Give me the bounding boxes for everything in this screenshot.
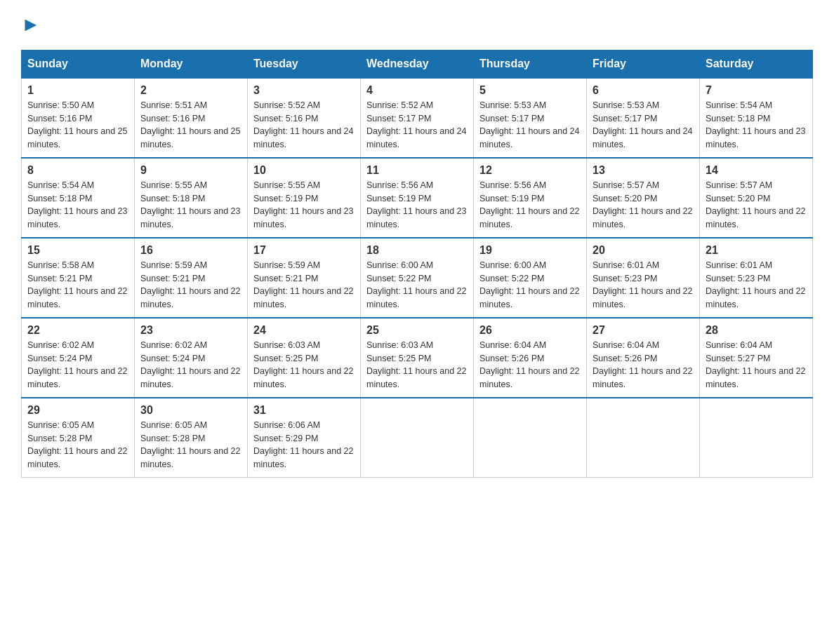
day-info: Sunrise: 5:57 AMSunset: 5:20 PMDaylight:…: [706, 180, 805, 229]
calendar-cell: 13 Sunrise: 5:57 AMSunset: 5:20 PMDaylig…: [587, 158, 700, 238]
day-number: 24: [253, 324, 355, 337]
day-number: 5: [479, 84, 581, 97]
day-number: 4: [366, 84, 468, 97]
day-info: Sunrise: 5:53 AMSunset: 5:17 PMDaylight:…: [479, 100, 579, 149]
weekday-header-row: SundayMondayTuesdayWednesdayThursdayFrid…: [22, 50, 813, 78]
calendar-cell: [700, 398, 813, 478]
day-info: Sunrise: 5:59 AMSunset: 5:21 PMDaylight:…: [140, 260, 240, 309]
weekday-header-saturday: Saturday: [700, 50, 813, 78]
day-number: 17: [253, 244, 355, 257]
day-number: 15: [27, 244, 128, 257]
day-info: Sunrise: 6:03 AMSunset: 5:25 PMDaylight:…: [366, 340, 466, 389]
day-number: 8: [27, 164, 128, 177]
calendar-cell: 30 Sunrise: 6:05 AMSunset: 5:28 PMDaylig…: [135, 398, 248, 478]
day-info: Sunrise: 6:05 AMSunset: 5:28 PMDaylight:…: [27, 420, 127, 469]
day-number: 27: [593, 324, 694, 337]
day-info: Sunrise: 5:52 AMSunset: 5:16 PMDaylight:…: [253, 100, 353, 149]
day-number: 22: [27, 324, 128, 337]
calendar-cell: 16 Sunrise: 5:59 AMSunset: 5:21 PMDaylig…: [135, 238, 248, 318]
calendar-cell: 12 Sunrise: 5:56 AMSunset: 5:19 PMDaylig…: [474, 158, 587, 238]
day-info: Sunrise: 6:02 AMSunset: 5:24 PMDaylight:…: [27, 340, 127, 389]
day-info: Sunrise: 5:56 AMSunset: 5:19 PMDaylight:…: [479, 180, 579, 229]
day-info: Sunrise: 5:50 AMSunset: 5:16 PMDaylight:…: [27, 100, 127, 149]
day-info: Sunrise: 6:00 AMSunset: 5:22 PMDaylight:…: [479, 260, 579, 309]
day-number: 20: [593, 244, 694, 257]
calendar-week-row: 1 Sunrise: 5:50 AMSunset: 5:16 PMDayligh…: [22, 78, 813, 158]
day-number: 30: [140, 404, 241, 417]
calendar-cell: 18 Sunrise: 6:00 AMSunset: 5:22 PMDaylig…: [361, 238, 474, 318]
calendar-cell: 2 Sunrise: 5:51 AMSunset: 5:16 PMDayligh…: [135, 78, 248, 158]
day-info: Sunrise: 5:59 AMSunset: 5:21 PMDaylight:…: [253, 260, 353, 309]
weekday-header-friday: Friday: [587, 50, 700, 78]
day-info: Sunrise: 5:54 AMSunset: 5:18 PMDaylight:…: [706, 100, 805, 149]
day-info: Sunrise: 6:04 AMSunset: 5:26 PMDaylight:…: [593, 340, 692, 389]
day-number: 29: [27, 404, 128, 417]
calendar-cell: [587, 398, 700, 478]
day-info: Sunrise: 5:54 AMSunset: 5:18 PMDaylight:…: [27, 180, 127, 229]
calendar-cell: 6 Sunrise: 5:53 AMSunset: 5:17 PMDayligh…: [587, 78, 700, 158]
day-info: Sunrise: 5:58 AMSunset: 5:21 PMDaylight:…: [27, 260, 127, 309]
calendar-cell: 24 Sunrise: 6:03 AMSunset: 5:25 PMDaylig…: [248, 318, 361, 398]
day-number: 28: [706, 324, 807, 337]
calendar-cell: 14 Sunrise: 5:57 AMSunset: 5:20 PMDaylig…: [700, 158, 813, 238]
day-info: Sunrise: 6:01 AMSunset: 5:23 PMDaylight:…: [706, 260, 805, 309]
calendar-cell: 9 Sunrise: 5:55 AMSunset: 5:18 PMDayligh…: [135, 158, 248, 238]
calendar-week-row: 8 Sunrise: 5:54 AMSunset: 5:18 PMDayligh…: [22, 158, 813, 238]
day-info: Sunrise: 6:05 AMSunset: 5:28 PMDaylight:…: [140, 420, 240, 469]
day-number: 12: [479, 164, 581, 177]
page-header: ►: [21, 14, 813, 36]
calendar-cell: 1 Sunrise: 5:50 AMSunset: 5:16 PMDayligh…: [22, 78, 135, 158]
calendar-cell: 22 Sunrise: 6:02 AMSunset: 5:24 PMDaylig…: [22, 318, 135, 398]
day-number: 16: [140, 244, 241, 257]
day-number: 23: [140, 324, 241, 337]
calendar-body: 1 Sunrise: 5:50 AMSunset: 5:16 PMDayligh…: [22, 78, 813, 478]
calendar-cell: 27 Sunrise: 6:04 AMSunset: 5:26 PMDaylig…: [587, 318, 700, 398]
weekday-header-sunday: Sunday: [22, 50, 135, 78]
calendar-cell: 26 Sunrise: 6:04 AMSunset: 5:26 PMDaylig…: [474, 318, 587, 398]
calendar-cell: 7 Sunrise: 5:54 AMSunset: 5:18 PMDayligh…: [700, 78, 813, 158]
day-info: Sunrise: 5:57 AMSunset: 5:20 PMDaylight:…: [593, 180, 692, 229]
calendar-week-row: 15 Sunrise: 5:58 AMSunset: 5:21 PMDaylig…: [22, 238, 813, 318]
day-info: Sunrise: 5:52 AMSunset: 5:17 PMDaylight:…: [366, 100, 466, 149]
calendar-cell: 17 Sunrise: 5:59 AMSunset: 5:21 PMDaylig…: [248, 238, 361, 318]
weekday-header-wednesday: Wednesday: [361, 50, 474, 78]
day-number: 19: [479, 244, 581, 257]
calendar-cell: 4 Sunrise: 5:52 AMSunset: 5:17 PMDayligh…: [361, 78, 474, 158]
day-number: 9: [140, 164, 241, 177]
weekday-header-thursday: Thursday: [474, 50, 587, 78]
day-info: Sunrise: 5:53 AMSunset: 5:17 PMDaylight:…: [593, 100, 692, 149]
day-info: Sunrise: 6:00 AMSunset: 5:22 PMDaylight:…: [366, 260, 466, 309]
day-info: Sunrise: 6:04 AMSunset: 5:26 PMDaylight:…: [479, 340, 579, 389]
day-number: 2: [140, 84, 241, 97]
calendar-cell: 25 Sunrise: 6:03 AMSunset: 5:25 PMDaylig…: [361, 318, 474, 398]
calendar-cell: 11 Sunrise: 5:56 AMSunset: 5:19 PMDaylig…: [361, 158, 474, 238]
weekday-header-tuesday: Tuesday: [248, 50, 361, 78]
calendar-cell: 31 Sunrise: 6:06 AMSunset: 5:29 PMDaylig…: [248, 398, 361, 478]
day-info: Sunrise: 6:02 AMSunset: 5:24 PMDaylight:…: [140, 340, 240, 389]
day-number: 13: [593, 164, 694, 177]
logo-text: ►: [21, 14, 41, 36]
day-info: Sunrise: 6:01 AMSunset: 5:23 PMDaylight:…: [593, 260, 692, 309]
calendar-header: SundayMondayTuesdayWednesdayThursdayFrid…: [22, 50, 813, 78]
day-number: 26: [479, 324, 581, 337]
calendar-cell: 20 Sunrise: 6:01 AMSunset: 5:23 PMDaylig…: [587, 238, 700, 318]
calendar-cell: 29 Sunrise: 6:05 AMSunset: 5:28 PMDaylig…: [22, 398, 135, 478]
calendar-cell: [474, 398, 587, 478]
day-number: 25: [366, 324, 468, 337]
calendar-cell: 21 Sunrise: 6:01 AMSunset: 5:23 PMDaylig…: [700, 238, 813, 318]
calendar-cell: 28 Sunrise: 6:04 AMSunset: 5:27 PMDaylig…: [700, 318, 813, 398]
weekday-header-monday: Monday: [135, 50, 248, 78]
day-number: 1: [27, 84, 128, 97]
day-number: 18: [366, 244, 468, 257]
day-info: Sunrise: 5:56 AMSunset: 5:19 PMDaylight:…: [366, 180, 466, 229]
day-number: 11: [366, 164, 468, 177]
day-info: Sunrise: 6:06 AMSunset: 5:29 PMDaylight:…: [253, 420, 353, 469]
calendar-cell: 19 Sunrise: 6:00 AMSunset: 5:22 PMDaylig…: [474, 238, 587, 318]
day-number: 7: [706, 84, 807, 97]
day-number: 6: [593, 84, 694, 97]
day-info: Sunrise: 5:51 AMSunset: 5:16 PMDaylight:…: [140, 100, 240, 149]
calendar-cell: 5 Sunrise: 5:53 AMSunset: 5:17 PMDayligh…: [474, 78, 587, 158]
calendar-week-row: 22 Sunrise: 6:02 AMSunset: 5:24 PMDaylig…: [22, 318, 813, 398]
day-number: 21: [706, 244, 807, 257]
day-number: 10: [253, 164, 355, 177]
